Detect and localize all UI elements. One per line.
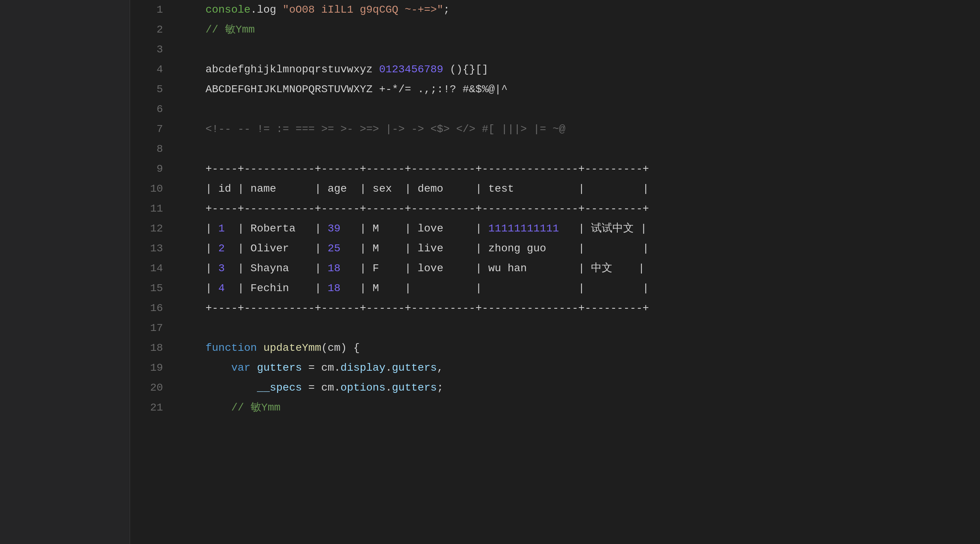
token: .log [251,4,283,16]
token: display [340,362,386,374]
token: 4 [218,282,225,294]
token: 2 [218,243,225,254]
token: 39 [327,223,340,235]
token: +----+-----------+------+------+--------… [180,302,649,314]
token: updateYmm [263,342,321,354]
token: console [180,4,251,16]
code-line: function updateYmm(cm) { [180,338,980,358]
token: ABCDEFGHIJKLMNOPQRSTUVWXYZ +-*/= .,;:!? … [180,83,508,95]
line-number: 11 [130,199,172,219]
code-line [180,99,980,119]
token: 敏Ymm [225,24,255,36]
token: | 试试中文 | [559,223,647,235]
token: 18 [327,262,340,274]
token: | M | | | | [340,282,649,294]
line-numbers: 123456789101112131415161718192021 [130,0,172,544]
line-number: 19 [130,358,172,378]
token: (){}[] [443,64,488,75]
code-line [180,318,980,338]
line-number: 7 [130,119,172,139]
line-number: 10 [130,179,172,199]
left-panel [0,0,130,544]
code-line: ABCDEFGHIJKLMNOPQRSTUVWXYZ +-*/= .,;:!? … [180,80,980,99]
code-line: // 敏Ymm [180,398,980,418]
token: // [180,24,225,36]
token [251,362,257,374]
token [257,342,264,354]
token: +----+-----------+------+------+--------… [180,203,649,215]
code-line: +----+-----------+------+------+--------… [180,199,980,219]
code-line: // 敏Ymm [180,20,980,40]
token: function [205,342,257,354]
token: 敏Ymm [251,402,280,414]
token: = cm. [302,382,340,394]
token: | [180,223,218,235]
token: options [340,382,386,394]
line-number: 18 [130,338,172,358]
token: | [180,282,218,294]
line-number: 6 [130,99,172,119]
token: abcdefghijklmnopqrstuvwxyz [180,64,379,75]
line-number: 2 [130,20,172,40]
token: gutters [257,362,302,374]
token: var [231,362,250,374]
token: = cm. [302,362,340,374]
token: // [180,402,251,414]
line-number: 14 [130,259,172,279]
token: | id | name | age | sex | demo | test | … [180,183,649,195]
line-number: 3 [130,40,172,60]
token: 11111111111 [488,223,559,235]
token [180,342,205,354]
line-number: 8 [130,139,172,159]
token: 1 [218,223,225,235]
token: gutters [392,362,437,374]
code-line: +----+-----------+------+------+--------… [180,159,980,179]
token: | Shayna | [225,262,328,274]
token: | M | love | [340,223,488,235]
line-number: 4 [130,60,172,80]
token: . [386,382,392,394]
token: 0123456789 [379,64,443,75]
line-number: 12 [130,219,172,239]
token: | [180,243,218,254]
token: , [437,362,443,374]
token: ; [443,4,450,16]
line-number: 5 [130,80,172,99]
line-number: 13 [130,239,172,259]
token: | Oliver | [225,243,328,254]
code-line: | 2 | Oliver | 25 | M | live | zhong guo… [180,239,980,259]
code-area[interactable]: console.log "oO08 iIlL1 g9qCGQ ~-+=>"; /… [172,0,980,544]
line-number: 9 [130,159,172,179]
line-number: 16 [130,298,172,318]
token: +----+-----------+------+------+--------… [180,163,649,175]
line-number: 15 [130,279,172,298]
token: "oO08 iIlL1 g9qCGQ ~-+=>" [283,4,443,16]
code-line: __specs = cm.options.gutters; [180,378,980,398]
token: 3 [218,262,225,274]
line-number: 21 [130,398,172,418]
token [180,382,257,394]
token: 25 [327,243,340,254]
code-line: +----+-----------+------+------+--------… [180,298,980,318]
code-line: <!-- -- != := === >= >- >=> |-> -> <$> <… [180,119,980,139]
code-line: | id | name | age | sex | demo | test | … [180,179,980,199]
token [180,362,231,374]
token: . [386,362,392,374]
code-line [180,40,980,60]
editor-container: 123456789101112131415161718192021 consol… [0,0,980,544]
token: (cm) { [321,342,360,354]
code-line: var gutters = cm.display.gutters, [180,358,980,378]
line-number: 1 [130,0,172,20]
code-line: | 4 | Fechin | 18 | M | | | | [180,279,980,298]
line-number: 20 [130,378,172,398]
token: | Roberta | [225,223,328,235]
token: __specs [257,382,302,394]
token: 18 [327,282,340,294]
code-line: | 3 | Shayna | 18 | F | love | wu han | … [180,259,980,279]
line-number: 17 [130,318,172,338]
code-line [180,139,980,159]
code-line: abcdefghijklmnopqrstuvwxyz 0123456789 ()… [180,60,980,80]
token: | [180,262,218,274]
token: | M | live | zhong guo | | [340,243,649,254]
token: ; [437,382,443,394]
